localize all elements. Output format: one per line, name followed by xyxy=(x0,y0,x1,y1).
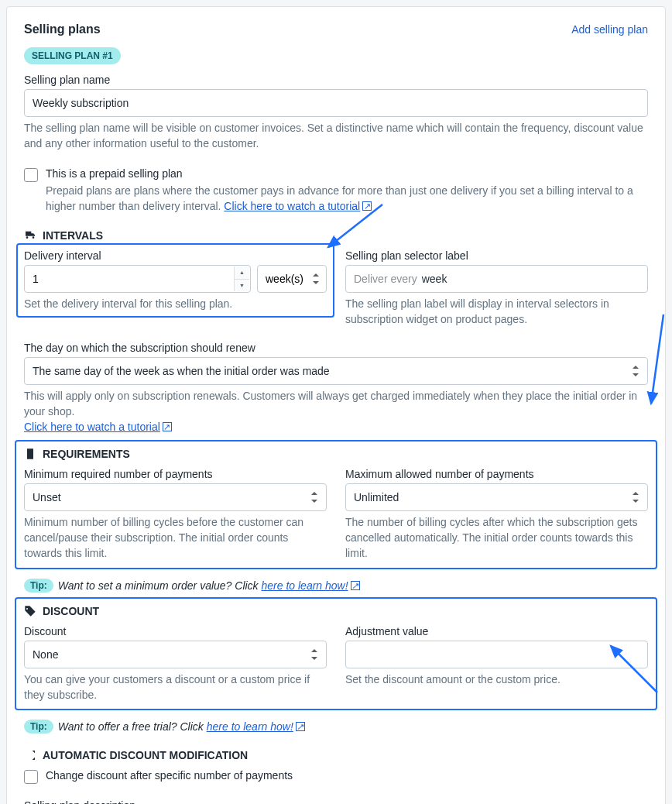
card-title: Selling plans xyxy=(24,22,101,36)
delivery-interval-label: Delivery interval xyxy=(24,249,327,262)
svg-line-1 xyxy=(651,314,663,404)
delivery-interval-highlight: Delivery interval ▲ ▼ week(s) Set the de… xyxy=(16,243,334,318)
discount-type-select[interactable]: None xyxy=(24,641,327,668)
selector-label-label: Selling plan selector label xyxy=(345,249,648,262)
renew-tutorial-link[interactable]: Click here to watch a tutorial xyxy=(24,421,172,433)
prepaid-label: This is a prepaid selling plan xyxy=(46,167,648,180)
clipboard-icon xyxy=(24,448,36,460)
truck-icon xyxy=(24,229,36,242)
plan-number-badge: SELLING PLAN #1 xyxy=(24,47,121,64)
max-payments-select[interactable]: Unlimited xyxy=(345,483,648,511)
discount-type-helper: You can give your customers a discount o… xyxy=(24,672,327,703)
renew-day-label: The day on which the subscription should… xyxy=(24,342,648,354)
selector-label-input[interactable]: Deliver every week xyxy=(345,265,648,293)
tip-badge: Tip: xyxy=(24,579,53,593)
plan-name-helper: The selling plan name will be visible on… xyxy=(24,120,648,152)
stepper-down-icon[interactable]: ▼ xyxy=(235,280,249,292)
card-header: Selling plans Add selling plan xyxy=(24,22,648,36)
change-discount-label: Change discount after specific number of… xyxy=(46,769,293,784)
auto-mod-heading: AUTOMATIC DISCOUNT MODIFICATION xyxy=(24,749,648,761)
plan-name-input[interactable] xyxy=(24,89,648,117)
min-order-tip: Tip: Want to set a minimum order value? … xyxy=(24,579,648,593)
shuffle-icon xyxy=(24,749,36,761)
renew-day-select[interactable]: The same day of the week as when the ini… xyxy=(24,357,648,385)
free-trial-tip: Tip: Want to offer a free trial? Click h… xyxy=(24,720,648,734)
delivery-interval-helper: Set the delivery interval for this selli… xyxy=(24,296,327,311)
discount-highlight: DISCOUNT Discount None You can give your… xyxy=(15,597,657,711)
requirements-heading: REQUIREMENTS xyxy=(24,448,648,460)
tag-icon xyxy=(24,605,36,617)
plan-name-label: Selling plan name xyxy=(24,74,648,86)
selling-plans-card: Selling plans Add selling plan SELLING P… xyxy=(6,6,666,804)
free-trial-tip-link[interactable]: here to learn how! xyxy=(207,720,305,733)
description-label: Selling plan description xyxy=(24,799,648,804)
max-payments-label: Maximum allowed number of payments xyxy=(345,468,648,480)
adjustment-value-label: Adjustment value xyxy=(345,625,648,637)
prepaid-helper: Prepaid plans are plans where the custom… xyxy=(46,183,648,215)
add-selling-plan-link[interactable]: Add selling plan xyxy=(571,23,648,36)
intervals-heading: INTERVALS xyxy=(24,229,648,242)
discount-type-label: Discount xyxy=(24,625,327,637)
min-payments-helper: Minimum number of billing cycles before … xyxy=(24,514,327,562)
selector-label-helper: The selling plan label will display in i… xyxy=(345,296,648,328)
adjustment-value-helper: Set the discount amount or the custom pr… xyxy=(345,672,648,687)
change-discount-checkbox[interactable] xyxy=(24,770,38,784)
min-payments-select[interactable]: Unset xyxy=(24,483,327,511)
stepper-up-icon[interactable]: ▲ xyxy=(235,266,249,280)
max-payments-helper: The number of billing cycles after which… xyxy=(345,514,648,562)
min-payments-label: Minimum required number of payments xyxy=(24,468,327,480)
tip-badge: Tip: xyxy=(24,720,53,734)
discount-heading: DISCOUNT xyxy=(24,605,648,617)
requirements-highlight: REQUIREMENTS Minimum required number of … xyxy=(15,440,657,569)
delivery-interval-unit-select[interactable]: week(s) xyxy=(257,265,327,293)
renew-day-helper: This will apply only on subscription ren… xyxy=(24,388,648,435)
prepaid-checkbox[interactable] xyxy=(24,168,38,182)
min-order-tip-link[interactable]: here to learn how! xyxy=(262,579,360,592)
prepaid-tutorial-link[interactable]: Click here to watch a tutorial xyxy=(224,200,372,212)
adjustment-value-input[interactable] xyxy=(345,641,648,668)
delivery-interval-input[interactable] xyxy=(24,265,251,293)
